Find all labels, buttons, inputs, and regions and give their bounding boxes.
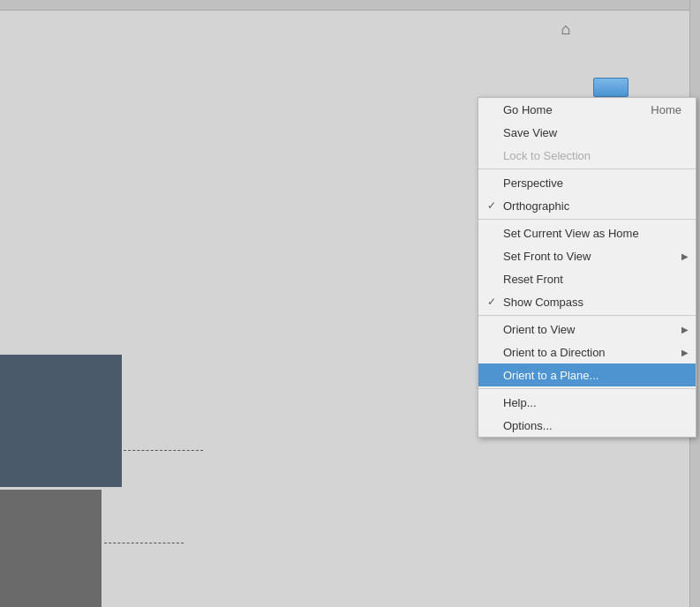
menu-item-orient-to-plane-label: Orient to a Plane... [503,369,681,382]
menu-item-reset-front-label: Reset Front [503,273,681,286]
home-icon: ⌂ [561,20,571,39]
menu-item-save-view-label: Save View [503,126,681,139]
menu-item-set-front-to-view[interactable]: Set Front to View [478,244,696,267]
menu-item-show-compass-label: Show Compass [503,296,681,309]
dashed-line-upper [124,450,203,451]
shape-lower [0,490,102,607]
menu-item-orient-to-plane[interactable]: Orient to a Plane... [478,363,696,386]
menu-item-orient-to-view[interactable]: Orient to View [478,318,696,341]
menu-item-lock-to-selection-label: Lock to Selection [503,149,681,162]
menu-item-set-front-to-view-label: Set Front to View [503,250,681,263]
menu-item-perspective[interactable]: Perspective [478,171,696,194]
menu-separator-4 [478,388,696,389]
shape-upper [0,355,122,487]
menu-item-set-current-view-label: Set Current View as Home [503,227,681,240]
menu-item-help-label: Help... [503,396,681,409]
menu-item-lock-to-selection: Lock to Selection [478,144,696,167]
menu-item-go-home[interactable]: Go Home Home [478,98,696,121]
menu-item-options[interactable]: Options... [478,414,696,437]
menu-item-help[interactable]: Help... [478,391,696,414]
menu-item-options-label: Options... [503,419,681,432]
menu-separator-1 [478,169,696,169]
menu-item-go-home-shortcut: Home [633,103,681,116]
menu-item-set-current-view[interactable]: Set Current View as Home [478,221,696,244]
menu-item-reset-front[interactable]: Reset Front [478,267,696,290]
home-icon-area: ⌂ [553,16,579,42]
menu-item-orient-to-direction[interactable]: Orient to a Direction [478,341,696,363]
menu-item-perspective-label: Perspective [503,176,681,190]
menu-item-orthographic-label: Orthographic [503,199,681,213]
dashed-line-lower [104,543,184,543]
top-scrollbar[interactable] [0,0,700,11]
menu-item-show-compass[interactable]: Show Compass [478,290,696,313]
menu-separator-2 [478,219,696,220]
menu-item-save-view[interactable]: Save View [478,121,696,144]
menu-separator-3 [478,315,696,316]
menu-item-orthographic[interactable]: Orthographic [478,194,696,217]
menu-item-orient-to-direction-label: Orient to a Direction [503,346,681,359]
nav-button[interactable] [593,78,628,97]
menu-item-go-home-label: Go Home [503,103,633,116]
context-menu: Go Home Home Save View Lock to Selection… [478,97,696,438]
menu-item-orient-to-view-label: Orient to View [503,323,681,336]
